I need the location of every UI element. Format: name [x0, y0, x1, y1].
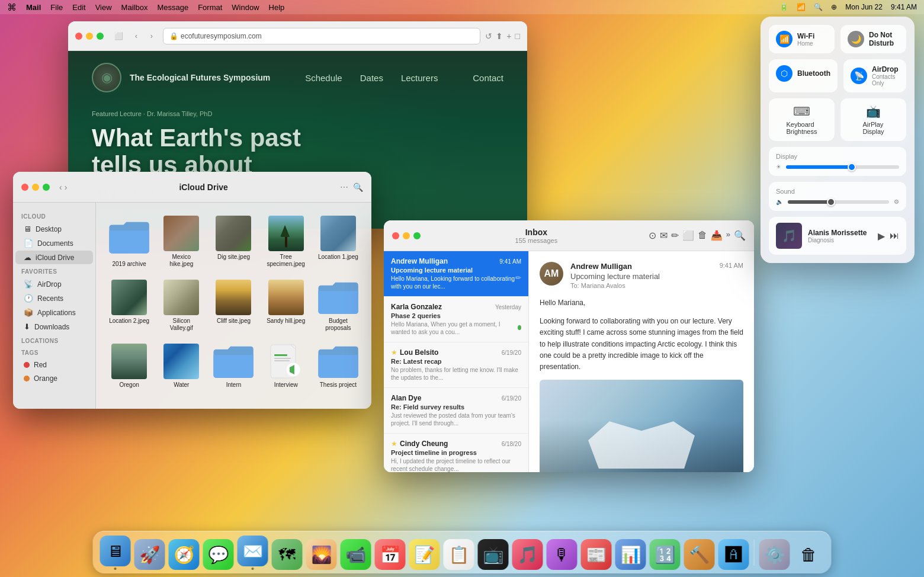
mail-archive-icon[interactable]: 📥: [711, 230, 723, 241]
mail-minimize-button[interactable]: [403, 232, 410, 239]
finder-minimize-button[interactable]: [32, 184, 39, 191]
dock-news[interactable]: 📰: [581, 539, 612, 570]
add-tab-icon[interactable]: +: [506, 31, 511, 41]
browser-nav-lecturers[interactable]: Lecturers: [401, 73, 438, 83]
mail-item-cindy[interactable]: ★ Cindy Cheung 6/18/20 Project timeline …: [384, 434, 528, 472]
dock-finder[interactable]: 🖥: [100, 536, 131, 570]
mail-move-icon[interactable]: ⬜: [682, 230, 694, 241]
mail-item-karla[interactable]: Karla Gonzalez Yesterday Phase 2 queries…: [384, 297, 528, 342]
mail-compose-icon[interactable]: ⊙: [649, 230, 656, 241]
cc-airdrop-tile[interactable]: 📡 AirDrop Contacts Only: [843, 59, 906, 92]
file-item-2019-archive[interactable]: 2019 archive: [105, 212, 153, 271]
browser-nav-schedule[interactable]: Schedule: [305, 73, 342, 83]
dock-podcasts[interactable]: 🎙: [547, 539, 578, 570]
play-button[interactable]: ▶: [878, 230, 885, 242]
dock-facetime[interactable]: 📹: [341, 539, 371, 570]
control-center-icon[interactable]: ⊕: [831, 3, 837, 11]
mail-item-alan[interactable]: Alan Dye 6/19/20 Re: Field survey result…: [384, 388, 528, 434]
dock-maps[interactable]: 🗺: [272, 539, 303, 570]
sidebar-item-recents[interactable]: 🕐 Recents: [15, 291, 93, 305]
cc-bluetooth-tile[interactable]: ⬡ Bluetooth: [769, 59, 838, 92]
browser-nav-dates[interactable]: Dates: [360, 73, 383, 83]
sidebar-item-desktop[interactable]: 🖥 Desktop: [15, 222, 93, 236]
reading-list-icon[interactable]: □: [515, 31, 520, 41]
finder-close-button[interactable]: [21, 184, 28, 191]
sidebar-item-documents[interactable]: 📄 Documents: [15, 236, 93, 250]
mail-maximize-button[interactable]: [413, 232, 421, 239]
file-item-budget-proposals[interactable]: Budget proposals: [315, 276, 362, 335]
dock-music[interactable]: 🎵: [512, 539, 543, 570]
sidebar-tag-red[interactable]: Red: [15, 358, 93, 371]
dock-pages[interactable]: 🔨: [684, 539, 715, 570]
file-item-intern[interactable]: Intern: [210, 340, 257, 392]
file-item-mexico-hike[interactable]: Mexico hike.jpeg: [158, 212, 205, 271]
dock-photos[interactable]: 🌄: [306, 539, 337, 570]
dock-numbers[interactable]: 🔢: [650, 539, 681, 570]
file-item-sandy-hill[interactable]: Sandy hill.jpeg: [262, 276, 310, 335]
finder-view-options-icon[interactable]: ⋯: [340, 182, 348, 192]
menu-view[interactable]: View: [95, 3, 112, 12]
refresh-icon[interactable]: ↺: [485, 31, 492, 41]
dock-safari[interactable]: 🧭: [169, 539, 200, 570]
mail-item-lou[interactable]: ★ Lou Belsito 6/19/20 Re: Latest recap N…: [384, 342, 528, 388]
back-button[interactable]: ‹: [130, 30, 143, 43]
finder-search-icon[interactable]: 🔍: [353, 182, 363, 192]
close-button[interactable]: [75, 33, 82, 40]
browser-nav-contact[interactable]: Contact: [473, 73, 503, 83]
skip-forward-button[interactable]: ⏭: [890, 230, 899, 242]
sidebar-toggle-icon[interactable]: ⬜: [112, 30, 125, 43]
dock-calendar[interactable]: 📅: [375, 539, 406, 570]
dock-app-store[interactable]: 🅰: [718, 539, 749, 570]
file-item-oregon[interactable]: Oregon: [105, 340, 153, 392]
file-item-water[interactable]: Water: [158, 340, 205, 392]
forward-button[interactable]: ›: [145, 30, 158, 43]
menu-message[interactable]: Message: [157, 3, 188, 12]
menu-help[interactable]: Help: [269, 3, 285, 12]
cc-keyboard-brightness-tile[interactable]: ⌨ KeyboardBrightness: [769, 98, 835, 141]
apple-logo-icon[interactable]: ⌘: [7, 2, 17, 13]
sidebar-item-airdrop[interactable]: 📡 AirDrop: [15, 277, 93, 291]
finder-forward-button[interactable]: ›: [65, 182, 68, 192]
file-item-tree-specimen[interactable]: Tree specimen.jpeg: [262, 212, 310, 271]
mail-close-button[interactable]: [392, 232, 399, 239]
search-icon[interactable]: 🔍: [814, 3, 823, 11]
finder-back-button[interactable]: ‹: [59, 182, 62, 192]
sidebar-item-icloud-drive[interactable]: ☁ iCloud Drive: [15, 251, 93, 264]
minimize-button[interactable]: [86, 33, 93, 40]
dock-apple-tv[interactable]: 📺: [478, 539, 509, 570]
mail-send-icon[interactable]: ✉: [660, 230, 668, 241]
dock-launchpad[interactable]: 🚀: [134, 539, 165, 570]
file-item-interview[interactable]: Interview: [262, 340, 310, 392]
finder-maximize-button[interactable]: [43, 184, 50, 191]
menu-file[interactable]: File: [50, 3, 63, 12]
volume-slider[interactable]: [788, 200, 889, 204]
dock-messages[interactable]: 💬: [203, 539, 234, 570]
share-icon[interactable]: ⬆: [496, 31, 503, 41]
file-item-cliff-site[interactable]: Cliff site.jpeg: [210, 276, 257, 335]
dock-mail[interactable]: ✉️: [238, 536, 268, 570]
dock-reminders[interactable]: 📋: [444, 539, 474, 570]
brightness-slider[interactable]: [786, 165, 899, 169]
mail-item-andrew[interactable]: Andrew Mulligan 9:41 AM Upcoming lecture…: [384, 251, 528, 297]
sidebar-tag-orange[interactable]: Orange: [15, 372, 93, 385]
mail-search-icon[interactable]: 🔍: [734, 230, 746, 241]
dock-trash[interactable]: 🗑: [794, 539, 824, 570]
file-item-dig-site[interactable]: Dig site.jpeg: [210, 212, 257, 271]
maximize-button[interactable]: [97, 33, 104, 40]
file-item-silicon-valley[interactable]: Silicon Valley.gif: [158, 276, 205, 335]
mail-reply-icon[interactable]: ✏: [671, 230, 679, 241]
menu-mailbox[interactable]: Mailbox: [121, 3, 148, 12]
file-item-location1[interactable]: Location 1.jpeg: [315, 212, 362, 271]
sidebar-item-applications[interactable]: 📦 Applications: [15, 306, 93, 319]
sidebar-item-downloads[interactable]: ⬇ Downloads: [15, 320, 93, 334]
address-bar[interactable]: 🔒 ecofuturesymposium.com: [163, 28, 480, 44]
menu-edit[interactable]: Edit: [72, 3, 85, 12]
dock-keynote[interactable]: 📊: [615, 539, 646, 570]
cc-wifi-tile[interactable]: 📶 Wi-Fi Home: [769, 25, 835, 53]
cc-airplay-display-tile[interactable]: 📺 AirPlayDisplay: [840, 98, 906, 141]
dock-system-prefs[interactable]: ⚙️: [759, 539, 790, 570]
mail-delete-icon[interactable]: 🗑: [698, 230, 707, 241]
file-item-location2[interactable]: Location 2.jpeg: [105, 276, 153, 335]
menu-format[interactable]: Format: [198, 3, 222, 12]
file-item-thesis-project[interactable]: Thesis project: [315, 340, 362, 392]
